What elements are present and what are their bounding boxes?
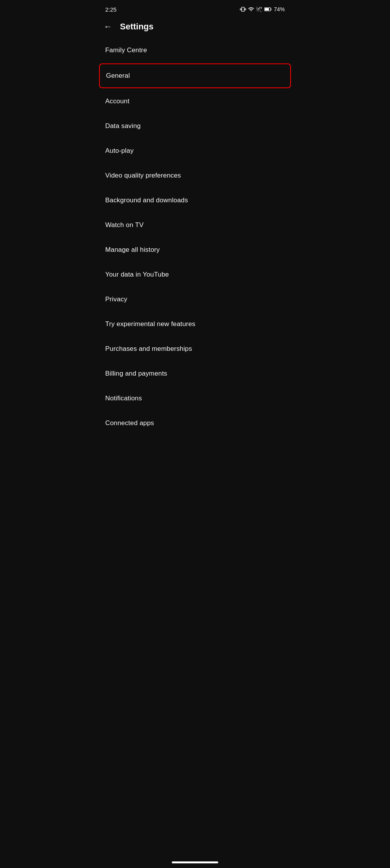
menu-item-account[interactable]: Account: [98, 89, 292, 114]
header: ← Settings: [98, 17, 292, 38]
menu-item-video-quality[interactable]: Video quality preferences: [98, 163, 292, 188]
vibrate-icon: [240, 6, 246, 12]
menu-item-billing[interactable]: Billing and payments: [98, 361, 292, 386]
signal-icon: [256, 6, 262, 12]
menu-item-auto-play[interactable]: Auto-play: [98, 138, 292, 163]
svg-rect-1: [271, 9, 272, 10]
svg-rect-2: [265, 8, 269, 10]
menu-item-your-data[interactable]: Your data in YouTube: [98, 262, 292, 287]
menu-item-notifications[interactable]: Notifications: [98, 386, 292, 411]
wifi-icon: [248, 6, 254, 12]
menu-item-background-downloads[interactable]: Background and downloads: [98, 188, 292, 213]
settings-menu: Family CentreGeneralAccountData savingAu…: [98, 38, 292, 436]
status-time: 2:25: [105, 6, 116, 13]
menu-item-family-centre[interactable]: Family Centre: [98, 38, 292, 63]
battery-percent: 74%: [274, 6, 285, 12]
page-title: Settings: [120, 22, 154, 32]
menu-item-watch-on-tv[interactable]: Watch on TV: [98, 213, 292, 238]
menu-item-purchases[interactable]: Purchases and memberships: [98, 337, 292, 361]
menu-item-manage-history[interactable]: Manage all history: [98, 238, 292, 262]
menu-item-privacy[interactable]: Privacy: [98, 287, 292, 312]
menu-item-data-saving[interactable]: Data saving: [98, 114, 292, 138]
status-bar: 2:25 74%: [98, 0, 292, 17]
battery-icon: [264, 6, 272, 12]
menu-item-general[interactable]: General: [99, 63, 291, 88]
menu-item-connected-apps[interactable]: Connected apps: [98, 411, 292, 436]
status-icons: 74%: [240, 6, 285, 12]
back-button[interactable]: ←: [104, 22, 112, 32]
menu-item-experimental[interactable]: Try experimental new features: [98, 312, 292, 337]
